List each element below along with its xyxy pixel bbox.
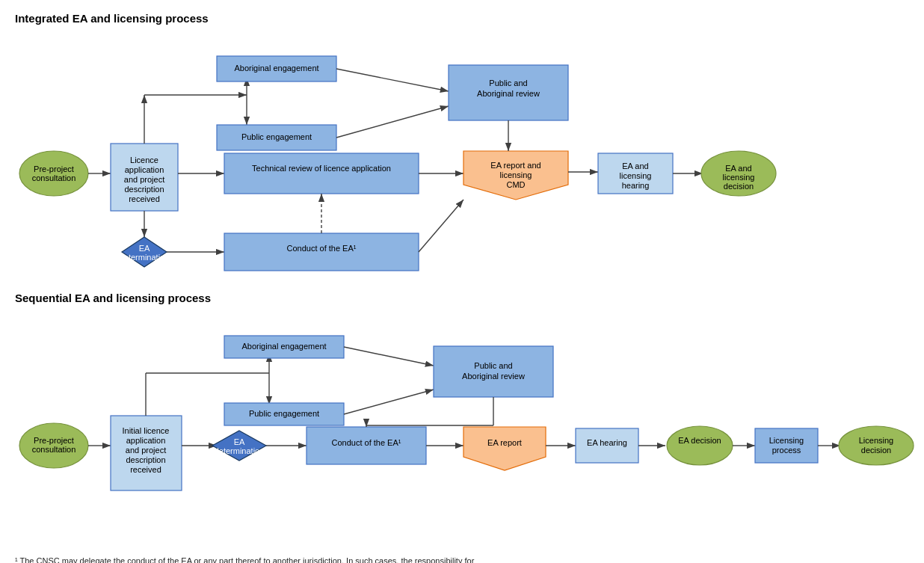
seq-conductea-t1: Conduct of the EA¹ [332,438,401,447]
integrated-tech-review [224,153,419,194]
integrated-eadec-t1: EA and [725,164,751,173]
arrow-aboriginal-review [336,69,449,91]
seq-public-eng-label: Public engagement [249,409,319,418]
integrated-licenceapp-t4: description [124,185,164,194]
integrated-earpt-t1: EA report and [490,161,540,170]
seq-arrow-aboriginal-review [344,347,434,366]
seq-ea-report [463,427,546,470]
seq-eahearing-t1: EA hearing [587,438,627,447]
integrated-section: Integrated EA and licensing process Pre-… [15,12,909,269]
seq-initlicence-t5: received [130,465,161,474]
seq-eadec-t1: EA decision [678,436,721,445]
seq-initlicence-t3: and project [126,446,166,455]
seq-eadet-t2: determination [215,446,265,455]
integrated-eadet-t1: EA [139,244,150,253]
integrated-aboriginal-eng-label: Aboriginal engagement [234,64,318,73]
integrated-eadec-t3: decision [724,182,754,191]
integrated-techreview-t1: Technical review of licence application [252,164,391,173]
integrated-eadec-t2: licensing [723,173,755,182]
sequential-section: Sequential EA and licensing process Pre-… [15,292,909,534]
sequential-diagram: Pre-project consultation Initial licence… [15,315,909,532]
seq-licensingdec-t2: decision [861,446,891,455]
seq-licensingdec-t1: Licensing [859,436,893,445]
seq-eadet-t1: EA [234,437,245,446]
integrated-par-t2: Aboriginal review [477,89,540,98]
seq-preproject-t1: Pre-project [34,436,74,445]
integrated-eadet-t2: determination [120,253,170,262]
seq-initlicence-t2: application [126,436,166,445]
integrated-title: Integrated EA and licensing process [15,12,909,25]
integrated-earpt-t3: CMD [506,180,525,189]
integrated-public-eng-label: Public engagement [241,132,312,141]
arrow-conductea-earpt [419,200,463,252]
integrated-licenceapp-t1: Licence [130,156,158,164]
seq-initlicence-t1: Initial licence [123,426,170,435]
seq-initlicence-t4: description [126,455,165,464]
seq-licensingproc-t1: Licensing [769,436,804,445]
integrated-licenceapp-t5: received [129,194,160,203]
arrow-public-review [336,106,449,138]
seq-ea-decision [667,426,733,465]
integrated-licenceapp-t3: and project [124,175,164,184]
seq-par-t2: Aboriginal review [462,372,525,381]
integrated-eahearing-t2: licensing [620,171,652,180]
footnote: ¹ The CNSC may delegate the conduct of t… [15,556,478,563]
sequential-title: Sequential EA and licensing process [15,292,909,304]
seq-arrow-public-review [344,390,434,414]
integrated-eahearing-t3: hearing [622,181,650,190]
integrated-earpt-t2: licensing [500,170,532,179]
integrated-eahearing-t1: EA and [622,161,648,170]
integrated-conductea-t1: Conduct of the EA¹ [287,244,357,253]
integrated-diagram: Pre-project consultation Licence applica… [15,35,909,267]
seq-earpt-t1: EA report [487,438,522,447]
seq-par-t1: Public and [474,361,512,370]
integrated-preproject-label2: consultation [32,173,76,182]
integrated-par-t1: Public and [489,79,527,87]
seq-preproject-t2: consultation [32,445,76,454]
seq-aboriginal-eng-label: Aboriginal engagement [241,342,326,351]
seq-licensingproc-t2: process [772,446,801,455]
integrated-preproject-label: Pre-project [34,164,74,173]
integrated-licenceapp-t2: application [125,165,164,174]
